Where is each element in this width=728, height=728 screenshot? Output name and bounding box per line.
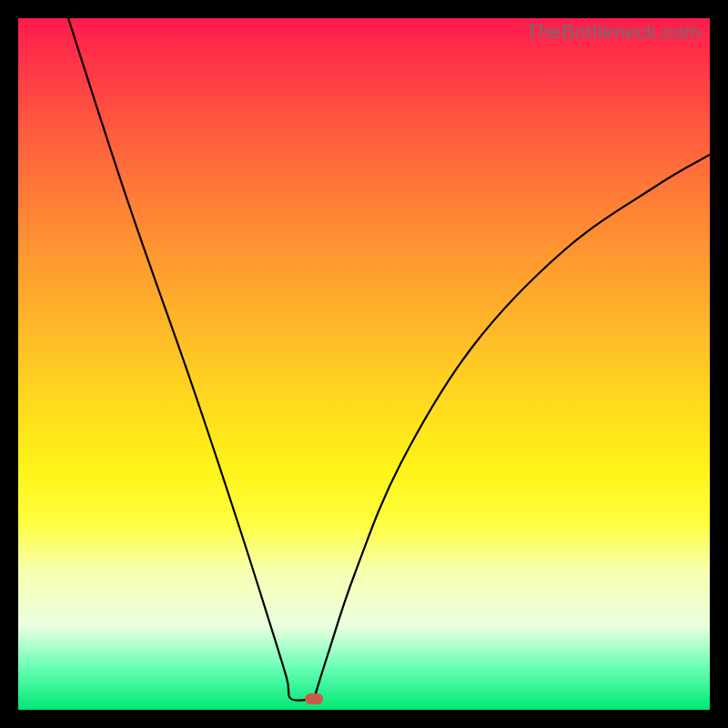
curve-right: [314, 155, 710, 699]
bottleneck-curve: [18, 18, 710, 710]
watermark-label: TheBottleneck.com: [526, 20, 701, 44]
chart-frame: TheBottleneck.com: [18, 18, 710, 710]
curve-left: [68, 18, 314, 701]
optimal-marker: [305, 693, 323, 704]
